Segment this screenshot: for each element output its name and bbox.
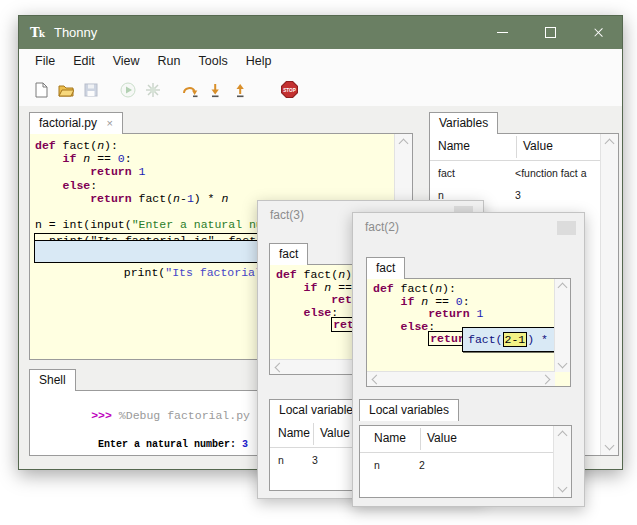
window-button[interactable]	[557, 221, 576, 235]
variable-value: 3	[515, 189, 603, 201]
scroll-up-icon[interactable]	[558, 283, 568, 293]
titlebar[interactable]: Tk Thonny	[19, 16, 622, 49]
maximize-button[interactable]	[526, 16, 574, 49]
debug-icon	[145, 82, 161, 98]
scroll-right-icon[interactable]	[541, 375, 551, 385]
shell-io-line: Enter a natural number: 3	[50, 428, 248, 461]
thonny-logo-icon: Tk	[30, 25, 44, 40]
locals-tab-label: Local variables	[369, 403, 449, 417]
column-separator	[313, 423, 314, 445]
scroll-down-icon[interactable]	[558, 483, 568, 493]
variable-value: 3	[312, 454, 318, 466]
column-name[interactable]: Name	[374, 431, 406, 445]
fact-tab-label: fact	[279, 247, 298, 261]
close-icon	[593, 27, 604, 38]
run-icon	[120, 82, 136, 98]
column-name[interactable]: Name	[278, 426, 310, 440]
shell-command: %Debug factorial.py	[112, 409, 250, 422]
fact-tab-label: fact	[376, 261, 395, 275]
shell-stdin-echo: 3	[242, 439, 248, 450]
window-controls	[478, 16, 622, 49]
scroll-up-icon[interactable]	[399, 139, 409, 149]
tab-close-icon[interactable]: ×	[106, 117, 112, 129]
variable-name: n	[374, 459, 419, 471]
variable-name: n	[278, 454, 312, 466]
minimize-button[interactable]	[478, 16, 526, 49]
fact2-code-hscrollbar[interactable]	[367, 371, 555, 386]
step-over-button[interactable]	[179, 79, 201, 101]
desktop: Tk Thonny FileEditViewRunToolsHelp	[0, 0, 637, 525]
window-title: Thonny	[54, 25, 97, 40]
maximize-icon	[545, 27, 556, 38]
locals-tab-label: Local variables	[279, 403, 359, 417]
fact2-code-vscrollbar[interactable]	[554, 279, 570, 372]
scroll-up-icon[interactable]	[605, 139, 615, 149]
fact2-eval-box: fact(2-1) * n	[462, 327, 555, 352]
scroll-left-icon[interactable]	[275, 363, 285, 373]
menu-item[interactable]: Run	[149, 51, 190, 71]
call-window-title: fact(2)	[365, 220, 399, 234]
step-over-icon	[182, 82, 198, 98]
variable-row[interactable]: n 2	[366, 454, 571, 476]
step-into-button[interactable]	[204, 79, 226, 101]
save-icon	[83, 82, 99, 98]
variable-row[interactable]: fact <function fact a	[430, 162, 618, 184]
variables-scrollbar[interactable]	[600, 134, 618, 455]
stop-icon: STOP	[281, 81, 298, 98]
fact2-code-bg: def fact(n): if n == 0: return 1 else: r…	[367, 279, 555, 372]
open-folder-icon	[58, 82, 74, 98]
menu-item[interactable]: View	[104, 51, 149, 71]
toolbar: STOP	[19, 73, 622, 106]
tab-local-variables[interactable]: Local variables	[359, 399, 459, 421]
tab-fact[interactable]: fact	[269, 243, 308, 265]
column-value[interactable]: Value	[523, 139, 553, 153]
tab-variables[interactable]: Variables	[429, 112, 498, 134]
locals-rows: n 2	[366, 454, 571, 497]
editor-tab-label: factorial.py	[39, 116, 97, 130]
variable-name: fact	[438, 167, 515, 179]
stop-button[interactable]: STOP	[278, 79, 300, 101]
svg-text:STOP: STOP	[283, 88, 296, 93]
column-separator	[516, 136, 517, 158]
variable-value: <function fact a	[515, 167, 603, 179]
variables-tab-label: Variables	[439, 116, 488, 130]
menu-item[interactable]: File	[26, 51, 64, 71]
locals-header: Name Value	[360, 426, 571, 453]
fact2-return-line: return	[373, 333, 474, 346]
fact2-locals-panel: Name Value n 2	[359, 425, 572, 498]
tab-shell[interactable]: Shell	[29, 369, 76, 391]
close-button[interactable]	[574, 16, 622, 49]
column-name[interactable]: Name	[438, 139, 470, 153]
fact2-code: def fact(n): if n == 0: return 1 else:	[373, 283, 483, 333]
scroll-down-icon[interactable]	[558, 359, 568, 369]
column-value[interactable]: Value	[320, 426, 350, 440]
run-script-button[interactable]	[117, 79, 139, 101]
variables-header: Name Value	[430, 134, 618, 161]
scroll-left-icon[interactable]	[372, 375, 382, 385]
menu-item[interactable]: Tools	[190, 51, 237, 71]
shell-prompt: >>>	[91, 409, 112, 422]
column-value[interactable]: Value	[427, 431, 457, 445]
fact2-locals-scrollbar[interactable]	[553, 426, 571, 497]
call-window-title: fact(3)	[270, 208, 304, 222]
menu-item[interactable]: Edit	[64, 51, 104, 71]
tab-fact[interactable]: fact	[366, 257, 405, 279]
call-window-fact2: fact(2) fact def fact(n): if n == 0: ret…	[352, 212, 585, 507]
variable-value: 2	[419, 459, 425, 471]
tab-factorial-py[interactable]: factorial.py ×	[29, 112, 123, 134]
minimize-icon	[497, 32, 508, 33]
open-file-button[interactable]	[55, 79, 77, 101]
save-file-button[interactable]	[80, 79, 102, 101]
debug-script-button[interactable]	[142, 79, 164, 101]
fact2-code-area[interactable]: def fact(n): if n == 0: return 1 else: r…	[366, 278, 571, 387]
scroll-down-icon[interactable]	[605, 441, 615, 451]
shell-stdout: Enter a natural number:	[98, 439, 242, 450]
menu-item[interactable]: Help	[237, 51, 281, 71]
menubar: FileEditViewRunToolsHelp	[19, 49, 622, 73]
scroll-up-icon[interactable]	[558, 431, 568, 441]
step-out-button[interactable]	[229, 79, 251, 101]
column-separator	[420, 428, 421, 450]
step-into-icon	[207, 82, 223, 98]
new-file-button[interactable]	[30, 79, 52, 101]
shell-tab-label: Shell	[39, 373, 66, 387]
